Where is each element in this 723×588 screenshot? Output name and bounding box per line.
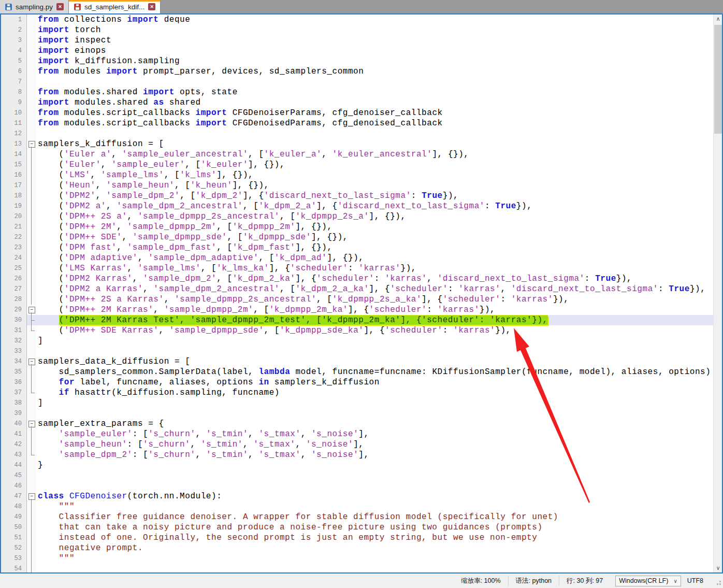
code-line[interactable]: 14 ('Euler a', 'sample_euler_ancestral',… [1, 149, 713, 160]
code-line[interactable]: 25 ('LMS Karras', 'sample_lms', ['k_lms_… [1, 263, 713, 274]
code-line[interactable]: 38] [1, 398, 713, 408]
code-line[interactable]: 43 'sample_dpm_2': ['s_churn', 's_tmin',… [1, 450, 713, 460]
resize-grip-icon[interactable] [714, 579, 722, 587]
line-number: 47 [1, 491, 27, 501]
code-line[interactable]: 18 ('DPM2', 'sample_dpm_2', ['k_dpm_2'],… [1, 191, 713, 201]
code-line[interactable]: 21 ('DPM++ 2M', 'sample_dpmpp_2m', ['k_d… [1, 222, 713, 232]
code-line[interactable]: 40sampler_extra_params = { [1, 419, 713, 429]
fold-margin [27, 408, 36, 419]
code-line[interactable]: 35 sd_samplers_common.SamplerData(label,… [1, 367, 713, 377]
scrollbar-thumb[interactable] [714, 25, 722, 134]
code-line[interactable]: 19 ('DPM2 a', 'sample_dpm_2_ancestral', … [1, 201, 713, 211]
code-line[interactable]: 54 [1, 564, 713, 572]
code-line[interactable]: 52 negative prompt. [1, 543, 713, 553]
fold-margin [27, 77, 36, 87]
code-line[interactable]: 33 [1, 346, 713, 356]
code-line[interactable]: 31 ('DPM++ SDE Karras', 'sample_dpmpp_sd… [1, 325, 713, 336]
fold-margin [27, 294, 36, 305]
code-text: """ [36, 553, 713, 564]
code-line[interactable]: 30 ('DPM++ 2M Karras Test', 'sample_dpmp… [1, 315, 713, 325]
code-text: instead of one. Originally, the second p… [36, 533, 713, 543]
code-line[interactable]: 20 ('DPM++ 2S a', 'sample_dpmpp_2s_ances… [1, 211, 713, 222]
line-number: 51 [1, 533, 27, 543]
fold-marker-icon[interactable] [27, 419, 36, 429]
code-line[interactable]: 16 ('LMS', 'sample_lms', ['k_lms'], {}), [1, 170, 713, 180]
code-line[interactable]: 4import einops [1, 46, 713, 56]
tab-sampling-py[interactable]: sampling.py ✕ [0, 0, 69, 13]
code-line[interactable]: 37 if hasattr(k_diffusion.sampling, func… [1, 388, 713, 398]
fold-margin [27, 284, 36, 294]
code-line[interactable]: 5import k_diffusion.sampling [1, 56, 713, 66]
code-line[interactable]: 1from collections import deque [1, 15, 713, 25]
code-text: ('Heun', 'sample_heun', ['k_heun'], {}), [36, 180, 713, 191]
code-line[interactable]: 47class CFGDenoiser(torch.nn.Module): [1, 491, 713, 501]
code-line[interactable]: 46 [1, 481, 713, 491]
fold-marker-icon[interactable] [27, 356, 36, 367]
code-line[interactable]: 51 instead of one. Originally, the secon… [1, 533, 713, 543]
code-text: 'sample_dpm_2': ['s_churn', 's_tmin', 's… [36, 450, 713, 460]
line-number: 48 [1, 501, 27, 512]
code-line[interactable]: 26 ('DPM2 Karras', 'sample_dpm_2', ['k_d… [1, 274, 713, 284]
code-line[interactable]: 15 ('Euler', 'sample_euler', ['k_euler']… [1, 160, 713, 170]
fold-margin [27, 35, 36, 46]
close-icon[interactable]: ✕ [56, 3, 64, 10]
scroll-up-icon[interactable]: ∧ [714, 15, 722, 23]
code-line[interactable]: 44} [1, 460, 713, 470]
code-text: import k_diffusion.sampling [36, 56, 713, 66]
code-line[interactable]: 8from modules.shared import opts, state [1, 87, 713, 97]
fold-margin [27, 512, 36, 522]
code-text: from modules.shared import opts, state [36, 87, 713, 97]
code-line[interactable]: 3import inspect [1, 35, 713, 46]
line-number: 11 [1, 118, 27, 128]
code-line[interactable]: 23 ('DPM fast', 'sample_dpm_fast', ['k_d… [1, 242, 713, 253]
code-text: ('LMS Karras', 'sample_lms', ['k_lms_ka'… [36, 263, 713, 274]
code-line[interactable]: 28 ('DPM++ 2S a Karras', 'sample_dpmpp_2… [1, 294, 713, 305]
close-icon[interactable]: ✕ [148, 3, 155, 10]
scroll-down-icon[interactable]: ∨ [714, 564, 722, 572]
code-line[interactable]: 9import modules.shared as shared [1, 97, 713, 108]
code-line[interactable]: 32] [1, 336, 713, 346]
code-line[interactable]: 53 """ [1, 553, 713, 564]
code-line[interactable]: 27 ('DPM2 a Karras', 'sample_dpm_2_ances… [1, 284, 713, 294]
code-line[interactable]: 49 Classifier free guidance denoiser. A … [1, 512, 713, 522]
tab-label: sampling.py [16, 3, 53, 11]
code-line[interactable]: 17 ('Heun', 'sample_heun', ['k_heun'], {… [1, 180, 713, 191]
code-line[interactable]: 12 [1, 128, 713, 139]
code-line[interactable]: 24 ('DPM adaptive', 'sample_dpm_adaptive… [1, 253, 713, 263]
code-line[interactable]: 39 [1, 408, 713, 419]
fold-marker-icon[interactable] [27, 491, 36, 501]
code-line[interactable]: 13samplers_k_diffusion = [ [1, 139, 713, 149]
code-line[interactable]: 22 ('DPM++ SDE', 'sample_dpmpp_sde', ['k… [1, 232, 713, 242]
code-line[interactable]: 7 [1, 77, 713, 87]
code-line[interactable]: 6from modules import prompt_parser, devi… [1, 66, 713, 77]
line-number: 18 [1, 191, 27, 201]
code-line[interactable]: 29 ('DPM++ 2M Karras', 'sample_dpmpp_2m'… [1, 305, 713, 315]
line-number: 38 [1, 398, 27, 408]
code-line[interactable]: 2import torch [1, 25, 713, 35]
code-line[interactable]: 50 that can take a noisy picture and pro… [1, 522, 713, 533]
fold-margin [27, 470, 36, 481]
code-line[interactable]: 42 'sample_heun': ['s_churn', 's_tmin', … [1, 439, 713, 450]
code-line[interactable]: 11from modules.script_callbacks import C… [1, 118, 713, 128]
fold-marker-icon[interactable] [27, 139, 36, 149]
tab-sd-samplers-kdiffusion[interactable]: sd_samplers_kdif... ✕ [69, 0, 161, 13]
line-number: 42 [1, 439, 27, 450]
fold-margin [27, 325, 36, 336]
fold-margin [27, 336, 36, 346]
code-line[interactable]: 48 """ [1, 501, 713, 512]
vertical-scrollbar[interactable]: ∧ ∨ [713, 15, 722, 572]
fold-margin [27, 222, 36, 232]
code-line[interactable]: 10from modules.script_callbacks import C… [1, 108, 713, 118]
eol-format-dropdown[interactable]: Windows(CR LF) ∨ [615, 576, 681, 586]
code-editor[interactable]: 1from collections import deque2import to… [1, 15, 713, 572]
code-line[interactable]: 36 for label, funcname, aliases, options… [1, 377, 713, 388]
fold-margin [27, 481, 36, 491]
fold-marker-icon[interactable] [27, 305, 36, 315]
code-text: samplers_k_diffusion = [ [36, 139, 713, 149]
fold-margin [27, 377, 36, 388]
code-line[interactable]: 45 [1, 470, 713, 481]
code-line[interactable]: 34samplers_data_k_diffusion = [ [1, 356, 713, 367]
code-text: ('DPM++ SDE', 'sample_dpmpp_sde', ['k_dp… [36, 232, 713, 242]
line-number: 16 [1, 170, 27, 180]
code-line[interactable]: 41 'sample_euler': ['s_churn', 's_tmin',… [1, 429, 713, 439]
